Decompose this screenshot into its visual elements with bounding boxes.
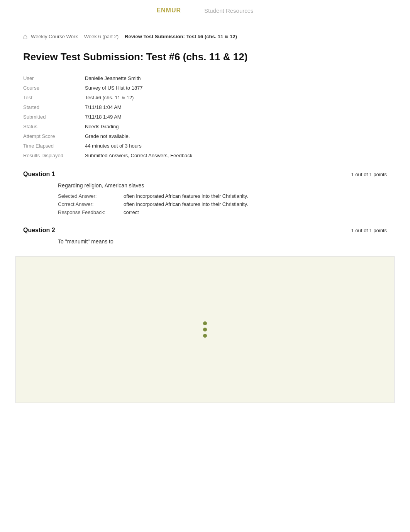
selected-answer-label-1: Selected Answer:	[58, 193, 124, 199]
results-displayed-label: Results Displayed	[23, 152, 85, 159]
user-value: Danielle Jeannette Smith	[85, 75, 387, 82]
image-content-area	[15, 256, 395, 403]
question-2-points: 1 out of 1 points	[351, 228, 387, 233]
time-elapsed-value: 44 minutes out of 3 hours	[85, 142, 387, 150]
selected-answer-value-1: often incorporated African features into…	[124, 193, 387, 199]
dot-3	[203, 334, 207, 338]
student-resources-link[interactable]: Student Resources	[204, 7, 254, 14]
page-title: Review Test Submission: Test #6 (chs. 11…	[23, 51, 387, 63]
attempt-score-label: Attempt Score	[23, 133, 85, 140]
attempt-score-value: Grade not available.	[85, 133, 387, 140]
feedback-value-1: correct	[124, 209, 387, 215]
started-value: 7/11/18 1:04 AM	[85, 104, 387, 111]
dot-1	[203, 321, 207, 325]
question-2-header: Question 2 1 out of 1 points	[23, 227, 387, 234]
user-label: User	[23, 75, 85, 82]
status-value: Needs Grading	[85, 123, 387, 130]
dot-2	[203, 328, 207, 331]
correct-answer-label-1: Correct Answer:	[58, 201, 124, 207]
feedback-label-1: Response Feedback:	[58, 209, 124, 215]
top-navigation: ENMUR Student Resources	[0, 0, 410, 21]
question-2-text: To "manumit" means to	[58, 238, 387, 245]
submitted-label: Submitted	[23, 113, 85, 121]
course-value: Survey of US Hist to 1877	[85, 84, 387, 92]
breadcrumb: ⌂ Weekly Course Work Week 6 (part 2) Rev…	[0, 21, 410, 47]
status-label: Status	[23, 123, 85, 130]
correct-answer-value-1: often incorporated African features into…	[124, 201, 387, 207]
image-placeholder-dots	[203, 321, 207, 338]
brand-logo[interactable]: ENMUR	[156, 7, 181, 14]
question-1-header: Question 1 1 out of 1 points	[23, 171, 387, 178]
question-2-block: Question 2 1 out of 1 points To "manumit…	[23, 227, 387, 245]
breadcrumb-week-6[interactable]: Week 6 (part 2)	[84, 34, 119, 39]
test-value: Test #6 (chs. 11 & 12)	[85, 94, 387, 101]
question-1-block: Question 1 1 out of 1 points Regarding r…	[23, 171, 387, 215]
question-1-points: 1 out of 1 points	[351, 172, 387, 177]
results-displayed-value: Submitted Answers, Correct Answers, Feed…	[85, 152, 387, 159]
question-2-title: Question 2	[23, 227, 55, 234]
submitted-value: 7/11/18 1:49 AM	[85, 113, 387, 121]
breadcrumb-weekly-course-work[interactable]: Weekly Course Work	[31, 34, 78, 39]
question-1-text: Regarding religion, American slaves	[58, 182, 387, 189]
time-elapsed-label: Time Elapsed	[23, 142, 85, 150]
submission-info-table: User Danielle Jeannette Smith Course Sur…	[23, 75, 387, 159]
home-icon[interactable]: ⌂	[23, 32, 28, 41]
breadcrumb-current: Review Test Submission: Test #6 (chs. 11…	[125, 34, 237, 39]
test-label: Test	[23, 94, 85, 101]
question-1-title: Question 1	[23, 171, 55, 178]
started-label: Started	[23, 104, 85, 111]
course-label: Course	[23, 84, 85, 92]
question-1-answers: Selected Answer: often incorporated Afri…	[58, 193, 387, 215]
